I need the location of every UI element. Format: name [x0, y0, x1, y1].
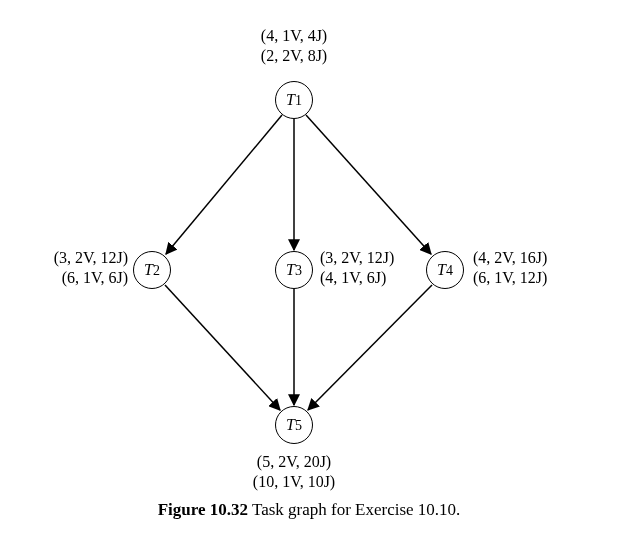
node-t2: T2: [133, 251, 171, 289]
node-t3-letter: T: [286, 261, 295, 278]
figure-caption-text: Task graph for Exercise 10.10.: [248, 500, 460, 519]
t5-anno-line1: (5, 2V, 20J): [238, 452, 350, 472]
t1-anno-line2: (2, 2V, 8J): [244, 46, 344, 66]
node-t1-letter: T: [286, 91, 295, 108]
edge-t1-t2: [166, 115, 282, 254]
node-t2-letter: T: [144, 261, 153, 278]
edge-t4-t5: [308, 285, 432, 410]
t2-anno-line1: (3, 2V, 12J): [32, 248, 128, 268]
t3-anno-line2: (4, 1V, 6J): [320, 268, 394, 288]
t5-anno-line2: (10, 1V, 10J): [238, 472, 350, 492]
t3-anno-line1: (3, 2V, 12J): [320, 248, 394, 268]
edge-t1-t4: [306, 115, 431, 254]
figure-number: Figure 10.32: [158, 500, 248, 519]
node-t5: T5: [275, 406, 313, 444]
t4-anno-line2: (6, 1V, 12J): [473, 268, 547, 288]
node-t1-num: 1: [295, 93, 302, 108]
node-t3: T3: [275, 251, 313, 289]
edge-t2-t5: [165, 285, 280, 410]
node-t4-num: 4: [446, 263, 453, 278]
t1-anno: (4, 1V, 4J) (2, 2V, 8J): [244, 26, 344, 66]
node-t5-letter: T: [286, 416, 295, 433]
t4-anno-line1: (4, 2V, 16J): [473, 248, 547, 268]
t5-anno: (5, 2V, 20J) (10, 1V, 10J): [238, 452, 350, 492]
node-t1: T1: [275, 81, 313, 119]
node-t3-num: 3: [295, 263, 302, 278]
node-t4-letter: T: [437, 261, 446, 278]
node-t5-num: 5: [295, 418, 302, 433]
task-graph-figure: (4, 1V, 4J) (2, 2V, 8J) (3, 2V, 12J) (6,…: [0, 0, 618, 537]
t3-anno: (3, 2V, 12J) (4, 1V, 6J): [320, 248, 394, 288]
t2-anno-line2: (6, 1V, 6J): [32, 268, 128, 288]
t2-anno: (3, 2V, 12J) (6, 1V, 6J): [32, 248, 128, 288]
node-t2-num: 2: [153, 263, 160, 278]
t1-anno-line1: (4, 1V, 4J): [244, 26, 344, 46]
t4-anno: (4, 2V, 16J) (6, 1V, 12J): [473, 248, 547, 288]
figure-caption: Figure 10.32 Task graph for Exercise 10.…: [0, 500, 618, 520]
node-t4: T4: [426, 251, 464, 289]
